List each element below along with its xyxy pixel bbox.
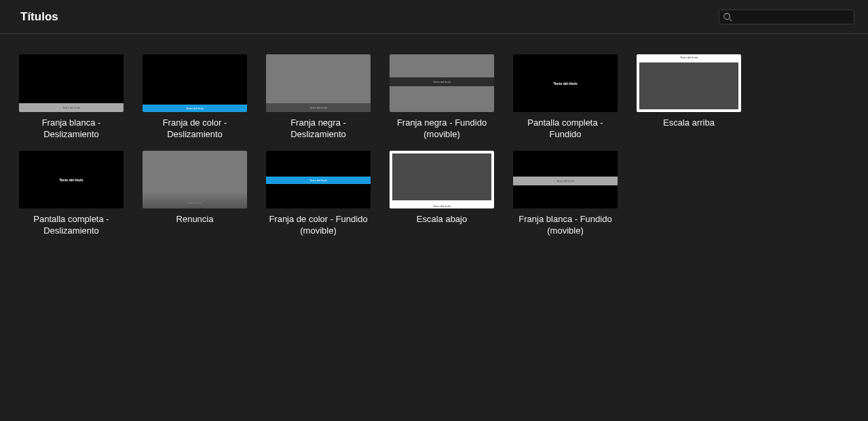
page-title: Títulos bbox=[20, 10, 58, 24]
title-tile-franja-color-deslizamiento[interactable]: Texto del título Franja de color - Desli… bbox=[143, 54, 247, 141]
tile-thumbnail: Texto del título bbox=[143, 151, 247, 208]
title-tile-escala-arriba[interactable]: Texto del título Escala arriba bbox=[637, 54, 741, 141]
header-bar: Títulos bbox=[0, 0, 868, 34]
tile-label: Franja negra - Fundido (movible) bbox=[390, 117, 494, 141]
title-tile-pantalla-completa-deslizamiento[interactable]: Texto del título Pantalla completa - Des… bbox=[19, 151, 124, 237]
tile-thumbnail: Texto del título bbox=[266, 151, 371, 208]
tile-label: Franja de color - Deslizamiento bbox=[143, 117, 247, 141]
tile-thumbnail: Texto del título bbox=[390, 151, 494, 208]
tile-thumbnail: Texto del título bbox=[513, 151, 618, 208]
tile-label: Pantalla completa - Fundido bbox=[513, 117, 618, 141]
tile-thumbnail: Texto del título bbox=[390, 54, 494, 112]
tile-label: Franja negra - Deslizamiento bbox=[266, 117, 371, 141]
search-input[interactable] bbox=[719, 10, 854, 24]
title-tile-pantalla-completa-fundido[interactable]: Texto del título Pantalla completa - Fun… bbox=[513, 54, 618, 141]
tile-thumbnail: Texto del título bbox=[19, 54, 124, 112]
tile-label: Franja blanca - Deslizamiento bbox=[19, 117, 124, 141]
title-tile-franja-negra-fundido[interactable]: Texto del título Franja negra - Fundido … bbox=[390, 54, 494, 141]
tile-label: Escala abajo bbox=[390, 214, 494, 237]
tile-thumbnail: Texto del título bbox=[266, 54, 371, 112]
tile-label: Pantalla completa - Deslizamiento bbox=[19, 214, 124, 237]
title-tile-renuncia[interactable]: Texto del título Renuncia bbox=[143, 151, 247, 237]
tile-label: Franja blanca - Fundido (movible) bbox=[513, 214, 618, 237]
tile-thumbnail: Texto del título bbox=[19, 151, 124, 208]
tile-label: Escala arriba bbox=[637, 117, 741, 141]
title-tile-franja-blanca-deslizamiento[interactable]: Texto del título Franja blanca - Desliza… bbox=[19, 54, 124, 141]
title-tile-franja-negra-deslizamiento[interactable]: Texto del título Franja negra - Deslizam… bbox=[266, 54, 371, 141]
titles-grid: Texto del título Franja blanca - Desliza… bbox=[0, 34, 868, 257]
title-tile-franja-blanca-fundido[interactable]: Texto del título Franja blanca - Fundido… bbox=[513, 151, 618, 237]
tile-label: Renuncia bbox=[143, 214, 247, 237]
title-tile-escala-abajo[interactable]: Texto del título Escala abajo bbox=[390, 151, 494, 237]
tile-label: Franja de color - Fundido (movible) bbox=[266, 214, 371, 237]
tile-thumbnail: Texto del título bbox=[513, 54, 618, 112]
tile-thumbnail: Texto del título bbox=[143, 54, 247, 112]
search-wrap bbox=[719, 10, 854, 24]
title-tile-franja-color-fundido[interactable]: Texto del título Franja de color - Fundi… bbox=[266, 151, 371, 237]
tile-thumbnail: Texto del título bbox=[637, 54, 741, 112]
